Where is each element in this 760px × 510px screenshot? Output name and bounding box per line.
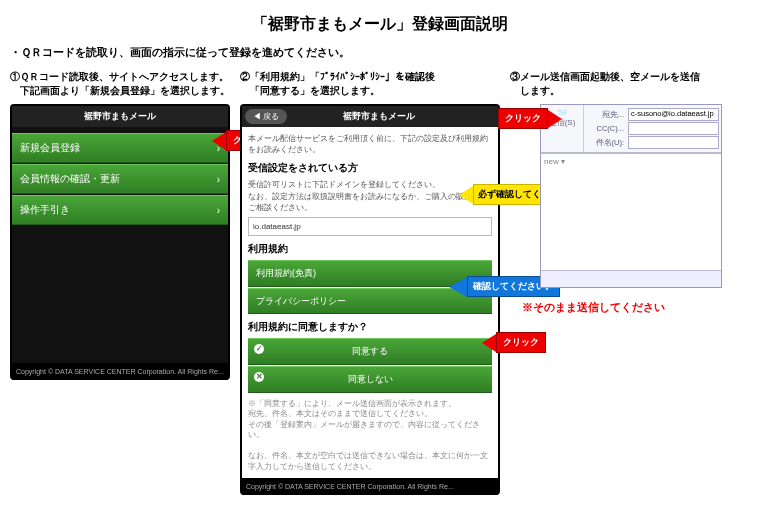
check-icon: ✓ bbox=[254, 344, 264, 354]
phone-2-title: 裾野市まもメール bbox=[293, 110, 465, 123]
phone-2: ◀ 戻る 裾野市まもメール 本メール配信サービスをご利用頂く前に、下記の設定及び… bbox=[240, 104, 500, 495]
menu-guide[interactable]: 操作手引き › bbox=[12, 195, 228, 225]
agree-button[interactable]: ✓同意する bbox=[248, 338, 492, 365]
step-3-caption: ③メール送信画面起動後、空メールを送信 します。 bbox=[510, 70, 730, 98]
columns: ①ＱＲコード読取後、サイトへアクセスします。 下記画面より「新規会員登録」を選択… bbox=[10, 70, 750, 495]
subject-field[interactable] bbox=[628, 136, 719, 149]
back-icon: ◀ bbox=[253, 112, 261, 121]
cc-label[interactable]: CC(C)... bbox=[586, 124, 628, 133]
callout-click-2: クリック bbox=[482, 332, 546, 353]
page-title: 「裾野市まもメール」登録画面説明 bbox=[10, 14, 750, 35]
terms-heading: 利用規約 bbox=[248, 242, 492, 256]
recv-text: 受信許可リストに下記ドメインを登録してください。 なお、設定方法は取扱説明書をお… bbox=[248, 179, 492, 213]
recv-heading: 受信設定をされている方 bbox=[248, 161, 492, 175]
phone-1-title: 裾野市まもメール bbox=[12, 106, 228, 127]
attach-bar bbox=[541, 270, 721, 287]
domain-box: io.dataeast.jp bbox=[248, 217, 492, 236]
step-2-caption: ②「利用規約」「ﾌﾟﾗｲﾊﾞｼｰﾎﾟﾘｼｰ」を確認後 「同意する」を選択します。 bbox=[240, 70, 500, 98]
phone-1: 裾野市まもメール 新規会員登録 › 会員情報の確認・更新 › 操作手引き › bbox=[10, 104, 230, 380]
red-note: ※そのまま送信してください bbox=[522, 300, 730, 315]
menu-label: 操作手引き bbox=[20, 203, 70, 217]
subject-label: 件名(U): bbox=[586, 138, 628, 148]
cc-field[interactable] bbox=[628, 122, 719, 135]
back-bar: ◀ 戻る 裾野市まもメール bbox=[242, 106, 498, 127]
menu-label: 会員情報の確認・更新 bbox=[20, 172, 120, 186]
lead-text: ・ＱＲコードを読取り、画面の指示に従って登録を進めてください。 bbox=[10, 45, 750, 60]
cross-icon: ✕ bbox=[254, 372, 264, 382]
mail-window: 📨送信(S) 宛先...c-susono@io.dataeast.jp CC(C… bbox=[540, 104, 722, 288]
back-button[interactable]: ◀ 戻る bbox=[245, 109, 287, 124]
to-label[interactable]: 宛先... bbox=[586, 110, 628, 120]
agree-question: 利用規約に同意しますか？ bbox=[248, 320, 492, 334]
disagree-button[interactable]: ✕同意しない bbox=[248, 366, 492, 393]
mail-body[interactable]: new ▾ bbox=[541, 153, 721, 270]
chevron-right-icon: › bbox=[217, 174, 220, 185]
intro-text: 本メール配信サービスをご利用頂く前に、下記の設定及び利用規約をお読みください。 bbox=[248, 133, 492, 155]
menu-confirm-update[interactable]: 会員情報の確認・更新 › bbox=[12, 164, 228, 194]
chevron-right-icon: › bbox=[217, 205, 220, 216]
menu-new-register[interactable]: 新規会員登録 › bbox=[12, 133, 228, 163]
to-field[interactable]: c-susono@io.dataeast.jp bbox=[628, 108, 719, 121]
copyright: Copyright © DATA SERVICE CENTER Corporat… bbox=[242, 478, 498, 495]
menu-label: 新規会員登録 bbox=[20, 141, 80, 155]
agree-note: ※「同意する」により、メール送信画面が表示されます。 宛先、件名、本文はそのまま… bbox=[248, 399, 492, 473]
callout-click-3: クリック bbox=[498, 108, 562, 129]
step-1-caption: ①ＱＲコード読取後、サイトへアクセスします。 下記画面より「新規会員登録」を選択… bbox=[10, 70, 230, 98]
copyright: Copyright © DATA SERVICE CENTER Corporat… bbox=[12, 363, 228, 380]
